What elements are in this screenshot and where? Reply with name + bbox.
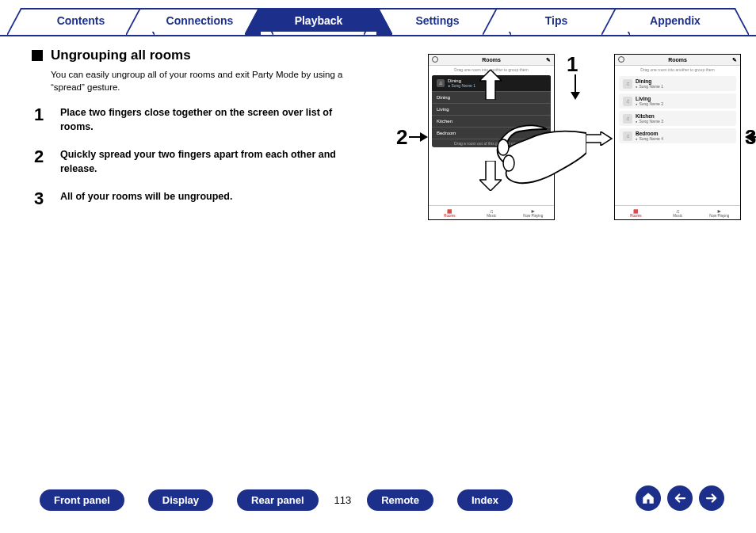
phone-header: Rooms ✎ <box>615 55 740 66</box>
step-text: Quickly spread your two fingers apart fr… <box>60 147 365 176</box>
tab-playback[interactable]: Playback <box>259 8 378 32</box>
svg-marker-4 <box>582 131 612 146</box>
rooms-icon: ▦ <box>633 208 639 214</box>
room-row: Bedroom <box>432 128 551 139</box>
footer-music: ♫Music <box>657 206 699 219</box>
room-name: Dining <box>437 95 450 100</box>
tab-tips[interactable]: Tips <box>497 8 616 32</box>
next-page-button[interactable] <box>699 485 724 511</box>
steps-list: 1 Place two fingers close together on th… <box>32 105 365 209</box>
phone-after: Rooms ✎ Drag one room into another to gr… <box>614 54 741 220</box>
tab-settings[interactable]: Settings <box>378 8 497 32</box>
room-name: Living <box>636 96 663 101</box>
tab-label: Playback <box>295 14 343 27</box>
song-name: Song Name 1 <box>636 84 663 89</box>
top-tabs: Contents Connections Playback Settings T… <box>0 8 756 36</box>
phone-title: Rooms <box>482 57 501 63</box>
tab-connections[interactable]: Connections <box>140 8 259 32</box>
room-card: ♫BedroomSong Name 4 <box>619 128 736 143</box>
room-row: Kitchen <box>432 116 551 128</box>
arrow-left-icon <box>673 491 687 505</box>
bottom-nav: Front panel Display Rear panel 113 Remot… <box>0 489 756 511</box>
footer-nowplaying: ►Now Playing <box>512 206 554 219</box>
room-name: Dining <box>636 78 663 84</box>
page-number: 113 <box>334 494 352 506</box>
music-note-icon: ♫ <box>623 131 632 141</box>
illustration-label-2: 2 <box>396 125 407 150</box>
index-button[interactable]: Index <box>457 489 513 511</box>
song-name: Song Name 2 <box>636 101 663 106</box>
phone-header: Rooms ✎ <box>429 55 554 66</box>
nav-icons <box>636 485 724 511</box>
arrow-right-outline-icon <box>582 131 613 146</box>
remote-button[interactable]: Remote <box>367 489 433 511</box>
tab-appendix[interactable]: Appendix <box>616 8 735 32</box>
footer-music: ♫Music <box>471 206 513 219</box>
footer-rooms: ▦Rooms <box>429 206 471 219</box>
pause-icon <box>618 56 624 63</box>
room-card: ♫LivingSong Name 2 <box>619 93 736 109</box>
room-name: Kitchen <box>636 113 663 119</box>
music-note-icon: ♫ <box>623 79 632 89</box>
tab-label: Settings <box>415 14 459 27</box>
room-card: ♫KitchenSong Name 3 <box>619 111 736 126</box>
arrow-down-icon <box>569 74 582 101</box>
music-note-icon: ♫ <box>437 79 445 87</box>
svg-marker-8 <box>479 161 502 191</box>
song-name: Song Name 3 <box>636 119 663 124</box>
play-icon: ► <box>530 208 536 214</box>
song-name: ● Song Name 1 <box>448 83 475 88</box>
edit-icon: ✎ <box>546 57 551 63</box>
svg-marker-7 <box>479 70 502 100</box>
song-name: Song Name 4 <box>636 136 663 141</box>
play-icon: ► <box>716 208 722 214</box>
prev-page-button[interactable] <box>667 485 693 511</box>
music-note-icon: ♫ <box>623 114 632 124</box>
home-button[interactable] <box>636 485 661 511</box>
front-panel-button[interactable]: Front panel <box>40 489 124 511</box>
step-3: 3 All of your rooms will be ungrouped. <box>32 188 365 209</box>
home-icon <box>641 491 655 505</box>
edit-icon: ✎ <box>732 57 737 63</box>
drag-hint: Drag one room into another to group them <box>615 66 740 74</box>
section-intro: You can easily ungroup all of your rooms… <box>51 68 365 93</box>
drag-out-hint: Drag a room out of this group to ungroup… <box>432 139 551 147</box>
tab-label: Connections <box>166 14 234 27</box>
step-2: 2 Quickly spread your two fingers apart … <box>32 147 365 176</box>
room-name: Bedroom <box>437 131 456 135</box>
room-card: ♫DiningSong Name 1 <box>619 76 736 91</box>
rooms-icon: ▦ <box>447 208 452 214</box>
step-number: 1 <box>32 105 46 125</box>
step-text: All of your rooms will be ungrouped. <box>60 188 232 204</box>
arrow-right-icon <box>704 491 719 505</box>
room-name: Living <box>437 107 449 112</box>
square-bullet-icon <box>32 50 43 61</box>
step-number: 3 <box>32 188 46 209</box>
phone-title: Rooms <box>668 57 687 63</box>
phone-footer: ▦Rooms ♫Music ►Now Playing <box>615 205 740 219</box>
arrow-left-icon <box>743 131 756 143</box>
music-icon: ♫ <box>489 208 493 214</box>
room-name: Kitchen <box>437 119 452 124</box>
footer-rooms: ▦Rooms <box>615 206 657 219</box>
rear-panel-button[interactable]: Rear panel <box>237 489 318 511</box>
tab-label: Tips <box>545 14 568 27</box>
section-heading: Ungrouping all rooms <box>51 48 191 63</box>
arrow-right-icon <box>409 131 430 143</box>
footer-nowplaying: ►Now Playing <box>698 206 740 219</box>
illustration-label-1: 1 <box>567 52 578 77</box>
step-1: 1 Place two fingers close together on th… <box>32 105 365 134</box>
svg-marker-3 <box>420 132 428 142</box>
main-content: Ungrouping all rooms You can easily ungr… <box>32 48 365 222</box>
room-name: Bedroom <box>636 131 663 136</box>
step-number: 2 <box>32 147 46 167</box>
pause-icon <box>432 56 438 63</box>
display-button[interactable]: Display <box>148 489 213 511</box>
tab-contents[interactable]: Contents <box>21 8 140 32</box>
phones-illustration: 1 2 3 Rooms ✎ Drag one room into another… <box>380 54 745 252</box>
step-text: Place two fingers close together on the … <box>60 105 365 134</box>
music-icon: ♫ <box>675 208 679 214</box>
arrow-up-outline-icon <box>479 70 502 100</box>
music-note-icon: ♫ <box>623 97 632 106</box>
svg-marker-1 <box>571 92 580 100</box>
